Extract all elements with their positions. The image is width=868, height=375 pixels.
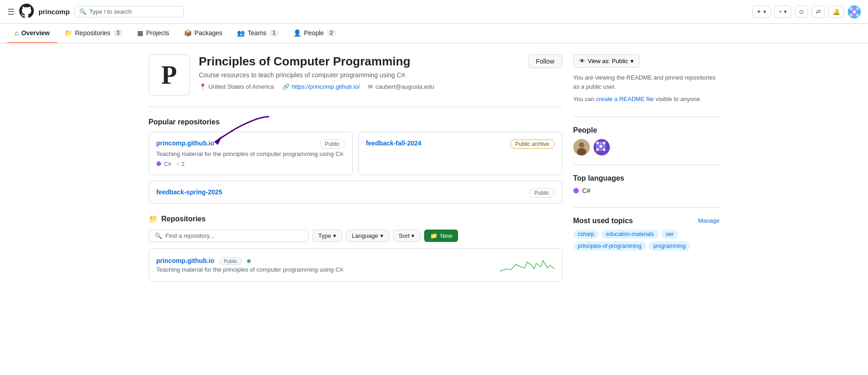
topic-tag-1[interactable]: education-materials [602, 230, 659, 239]
popular-repo-card-2: feedback-spring-2025 Public [149, 181, 562, 204]
repo-list-name-0[interactable]: princomp.github.io [156, 257, 215, 264]
repos-filters: 🔍 Find a repository... Type ▾ Language ▾… [149, 230, 562, 242]
nav-people[interactable]: 👤 People 2 [286, 24, 343, 43]
nav-projects[interactable]: ▦ Projects [130, 24, 177, 43]
repositories-section: 📁 Repositories 🔍 Find a repository... Ty… [149, 214, 562, 282]
eye-icon: 👁 [579, 58, 585, 64]
sort-filter-btn[interactable]: Sort ▾ [393, 230, 421, 242]
repos-count-badge: 3 [113, 29, 123, 37]
org-email-text: caubert@augusta.edu [375, 83, 434, 90]
type-filter-chevron: ▾ [333, 232, 336, 239]
org-name[interactable]: princomp [38, 8, 70, 16]
person-avatar-1[interactable] [573, 139, 590, 155]
topic-tag-0[interactable]: csharp [573, 230, 599, 239]
nav-people-label: People [304, 29, 324, 37]
repo-meta-0: C# ⑂ 2 [156, 161, 345, 167]
repo-card-name-1[interactable]: feedback-fall-2024 [366, 139, 421, 147]
issues-icon: ⊙ [799, 8, 804, 15]
svg-rect-7 [850, 14, 852, 16]
search-repo-input[interactable]: 🔍 Find a repository... [149, 230, 309, 242]
hamburger-icon[interactable]: ☰ [7, 7, 15, 17]
repo-forks-0: ⑂ 2 [177, 161, 184, 167]
new-repo-btn[interactable]: 📁 New [424, 230, 458, 242]
copilot-icon: ✦ [756, 8, 761, 15]
svg-point-13 [577, 148, 586, 155]
plus-dropdown-icon: ▾ [784, 8, 787, 15]
view-as-btn[interactable]: 👁 View as: Public ▾ [573, 54, 640, 68]
topics-title-row: Most used topics Manage [573, 217, 720, 225]
topic-tag-3[interactable]: principles-of-programming [573, 241, 646, 251]
repo-list-item-0: princomp.github.io Public Teaching mater… [149, 249, 562, 281]
type-filter-label: Type [318, 232, 331, 239]
person-avatar-2[interactable] [593, 139, 610, 155]
svg-rect-20 [603, 145, 605, 148]
org-meta: 📍 United States of America 🔗 https://pri… [199, 83, 519, 90]
svg-rect-5 [853, 11, 856, 13]
type-filter-btn[interactable]: Type ▾ [313, 230, 342, 242]
teams-icon: 👥 [237, 29, 245, 37]
language-filter-btn[interactable]: Language ▾ [346, 230, 389, 242]
svg-rect-9 [856, 14, 859, 16]
people-title: People [573, 126, 720, 134]
svg-rect-23 [603, 148, 605, 151]
nav-overview-label: Overview [21, 29, 49, 37]
org-email: ✉ caubert@augusta.edu [368, 83, 434, 90]
svg-rect-22 [599, 148, 602, 151]
search-repo-placeholder: Find a repository... [166, 232, 215, 239]
follow-button[interactable]: Follow [528, 54, 562, 68]
topic-tag-2[interactable]: oer [661, 230, 678, 239]
topics-list: csharp education-materials oer principle… [573, 230, 720, 251]
repos-header: 📁 Repositories [149, 214, 562, 223]
svg-rect-17 [603, 142, 605, 145]
svg-marker-10 [214, 136, 222, 145]
popular-repo-card-1: feedback-fall-2024 Public archive [358, 132, 562, 175]
new-repo-icon: 📁 [430, 232, 437, 239]
copilot-dropdown-icon: ▾ [763, 8, 766, 15]
copilot-btn[interactable]: ✦ ▾ [752, 5, 771, 18]
new-repo-label: New [440, 232, 452, 239]
svg-rect-15 [596, 142, 599, 145]
languages-title: Top languages [573, 174, 720, 182]
org-location: 📍 United States of America [199, 83, 274, 90]
create-readme-link[interactable]: create a README file [596, 96, 654, 102]
svg-point-12 [579, 142, 584, 148]
repo-section-icon: 📁 [149, 214, 158, 223]
topic-tag-4[interactable]: programming [649, 241, 690, 251]
notifications-btn[interactable]: 🔔 [829, 5, 844, 18]
github-logo[interactable] [19, 4, 34, 20]
repos-header-title: Repositories [162, 215, 562, 223]
search-icon: 🔍 [79, 8, 86, 15]
link-icon: 🔗 [282, 83, 290, 90]
repo-status-dot-0 [247, 259, 251, 263]
lang-dot-0 [156, 161, 161, 166]
pr-icon: ⇄ [816, 8, 821, 15]
nav-repositories[interactable]: 📁 Repositories 3 [57, 24, 130, 43]
repo-list-badge-0: Public [220, 257, 242, 265]
projects-icon: ▦ [137, 29, 143, 37]
repo-badge-1: Public archive [510, 139, 555, 149]
repo-sparkline-container [500, 255, 555, 275]
org-website-link[interactable]: https://princomp.github.io/ [292, 83, 360, 90]
email-icon: ✉ [368, 83, 373, 90]
issues-btn[interactable]: ⊙ [795, 5, 808, 18]
nav-teams[interactable]: 👥 Teams 1 [230, 24, 286, 43]
repo-card-name-2[interactable]: feedback-spring-2025 [156, 188, 222, 196]
manage-topics-link[interactable]: Manage [698, 217, 720, 224]
nav-overview[interactable]: ⌂ Overview [7, 24, 57, 43]
view-as-section: 👁 View as: Public ▾ You are viewing the … [573, 54, 720, 117]
plus-btn[interactable]: + ▾ [774, 5, 791, 18]
user-avatar-nav[interactable] [848, 5, 861, 18]
pullrequests-btn[interactable]: ⇄ [812, 5, 825, 18]
org-website[interactable]: 🔗 https://princomp.github.io/ [282, 83, 360, 90]
sidebar-desc-1: You are viewing the README and pinned re… [573, 73, 720, 91]
top-nav: ☰ princomp 🔍 Type / to search ✦ ▾ + ▾ [0, 0, 868, 24]
repo-card-name-0[interactable]: princomp.github.io [156, 139, 215, 147]
popular-repos-title: Popular repositories [149, 118, 562, 126]
svg-rect-3 [856, 7, 859, 10]
people-count-badge: 2 [327, 29, 336, 37]
search-bar[interactable]: 🔍 Type / to search [74, 6, 184, 17]
svg-rect-4 [850, 11, 852, 13]
repo-list-info-0: princomp.github.io Public Teaching mater… [156, 257, 494, 273]
repo-badge-2: Public [529, 188, 555, 198]
nav-packages[interactable]: 📦 Packages [177, 24, 230, 43]
